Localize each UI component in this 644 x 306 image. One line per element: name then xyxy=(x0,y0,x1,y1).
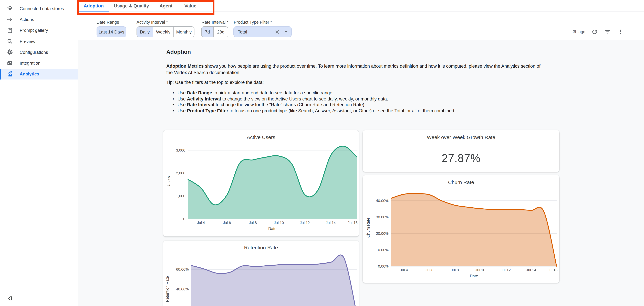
wow-growth-value: 27.87% xyxy=(363,152,559,164)
retention-rate-area-chart: 20.00%40.00%60.00%Jul 4Jul 6Jul 8Jul 10J… xyxy=(163,241,359,306)
svg-text:Retention Rate: Retention Rate xyxy=(165,276,170,302)
svg-text:Jul 4: Jul 4 xyxy=(400,268,408,272)
date-range-button[interactable]: Last 14 Days xyxy=(96,26,126,37)
svg-text:40.00%: 40.00% xyxy=(376,199,388,203)
filter-list-icon[interactable] xyxy=(604,29,611,35)
sidebar-item-configurations[interactable]: Configurations xyxy=(0,47,78,58)
list-item: Use Product Type Filter to focus on one … xyxy=(166,108,552,114)
sidebar-item-label: Connected data stores xyxy=(20,6,64,11)
sidebar-item-label: Integration xyxy=(20,61,40,66)
activity-weekly-button[interactable]: Weekly xyxy=(153,27,174,37)
list-item: Use Rate Interval to change the view for… xyxy=(166,102,552,108)
svg-text:Churn Rate: Churn Rate xyxy=(366,218,370,238)
activity-daily-button[interactable]: Daily xyxy=(137,27,153,37)
sidebar-item-label: Prompt gallery xyxy=(20,28,48,33)
sidebar-item-connected-data-stores[interactable]: Connected data stores xyxy=(0,3,78,14)
svg-text:1,000: 1,000 xyxy=(176,194,185,198)
magnifier-icon xyxy=(7,38,13,44)
svg-text:Users: Users xyxy=(166,176,171,186)
wow-growth-card: Week over Week Growth Rate 27.87% xyxy=(363,130,559,172)
sidebar-item-preview[interactable]: Preview xyxy=(0,36,78,47)
tab-bar: Adoption Usage & Quality Agent Value xyxy=(78,0,644,11)
collapse-sidebar-icon[interactable] xyxy=(6,295,14,302)
list-item: Use Activity Interval to change the view… xyxy=(166,96,552,102)
svg-text:Jul 10: Jul 10 xyxy=(475,268,485,272)
svg-text:Jul 12: Jul 12 xyxy=(300,220,310,225)
svg-text:30.00%: 30.00% xyxy=(376,215,388,219)
tab-usage-quality[interactable]: Usage & Quality xyxy=(112,0,150,11)
product-type-select[interactable]: Total xyxy=(234,26,292,37)
refresh-icon[interactable] xyxy=(591,29,598,35)
content-area: Adoption Adoption Metrics shows you how … xyxy=(78,40,644,306)
sidebar-item-analytics[interactable]: Analytics xyxy=(0,69,78,80)
divider xyxy=(282,29,282,35)
tip-text: Tip: Use the filters at the top to explo… xyxy=(166,80,546,85)
svg-text:Jul 4: Jul 4 xyxy=(197,220,205,225)
sidebar-item-prompt-gallery[interactable]: Prompt gallery xyxy=(0,25,78,36)
product-type-value: Total xyxy=(238,29,247,34)
svg-text:Jul 14: Jul 14 xyxy=(326,220,336,225)
svg-text:40.00%: 40.00% xyxy=(176,287,189,291)
product-type-label: Product Type Filter * xyxy=(234,20,272,25)
main-panel: Adoption Usage & Quality Agent Value Dat… xyxy=(78,0,644,306)
stacked-diamonds-icon xyxy=(7,5,13,11)
svg-text:0: 0 xyxy=(183,217,185,221)
chevron-down-icon[interactable] xyxy=(284,30,288,34)
activity-monthly-button[interactable]: Monthly xyxy=(174,27,194,37)
tip-bullet-list: Use Date Range to pick a start and end d… xyxy=(166,90,552,114)
svg-text:Jul 6: Jul 6 xyxy=(426,268,433,272)
date-range-label: Date Range xyxy=(96,20,119,25)
svg-text:Date: Date xyxy=(470,274,478,278)
activity-interval-label: Activity Interval * xyxy=(136,20,168,25)
arrow-from-dot-icon xyxy=(7,16,13,22)
svg-text:Jul 12: Jul 12 xyxy=(501,268,511,272)
tab-agent[interactable]: Agent xyxy=(155,0,177,11)
svg-text:Jul 10: Jul 10 xyxy=(274,220,284,225)
churn-rate-chart-card: Churn Rate 0.00%10.00%20.00%30.00%40.00%… xyxy=(363,175,559,283)
rate-7d-button[interactable]: 7d xyxy=(202,27,214,37)
sidebar-item-label: Preview xyxy=(20,39,36,44)
svg-text:0.00%: 0.00% xyxy=(378,264,388,269)
svg-text:Date: Date xyxy=(268,226,276,231)
svg-text:Jul 8: Jul 8 xyxy=(451,268,459,272)
rate-28d-button[interactable]: 28d xyxy=(214,27,228,37)
code-brackets-icon xyxy=(7,60,13,66)
sidebar-item-integration[interactable]: Integration xyxy=(0,58,78,69)
svg-text:Jul 14: Jul 14 xyxy=(526,268,536,272)
svg-text:Jul 8: Jul 8 xyxy=(249,220,257,225)
svg-text:Jul 16: Jul 16 xyxy=(548,268,558,272)
filter-bar: Date Range Activity Interval * Rate Inte… xyxy=(78,11,644,40)
active-users-chart-card: Active Users 01,0002,0003,000Jul 4Jul 6J… xyxy=(163,130,359,236)
prompt-gallery-icon xyxy=(7,27,13,33)
svg-text:10.00%: 10.00% xyxy=(376,248,388,252)
sidebar: Connected data stores Actions Prompt gal… xyxy=(0,0,78,306)
svg-text:20.00%: 20.00% xyxy=(376,231,388,236)
list-item: Use Date Range to pick a start and end d… xyxy=(166,90,552,96)
page-title: Adoption xyxy=(166,49,191,55)
sidebar-item-actions[interactable]: Actions xyxy=(0,14,78,25)
sidebar-item-label: Configurations xyxy=(20,50,48,55)
tab-value[interactable]: Value xyxy=(181,0,200,11)
rate-interval-label: Rate Interval * xyxy=(202,20,228,25)
svg-text:Jul 16: Jul 16 xyxy=(348,220,358,225)
activity-interval-toggle: Daily Weekly Monthly xyxy=(136,26,194,37)
rate-interval-toggle: 7d 28d xyxy=(201,26,228,37)
sidebar-item-label: Analytics xyxy=(20,72,39,77)
svg-text:3,000: 3,000 xyxy=(176,148,185,152)
retention-rate-chart-card: Retention Rate 20.00%40.00%60.00%Jul 4Ju… xyxy=(163,241,359,306)
svg-text:Jul 6: Jul 6 xyxy=(223,220,231,225)
svg-text:2,000: 2,000 xyxy=(176,171,185,175)
kebab-menu-icon[interactable] xyxy=(617,29,623,35)
sidebar-item-label: Actions xyxy=(20,17,34,22)
tab-adoption[interactable]: Adoption xyxy=(78,0,109,11)
chart-title: Week over Week Growth Rate xyxy=(363,134,559,140)
svg-text:60.00%: 60.00% xyxy=(176,267,189,272)
active-users-area-chart: 01,0002,0003,000Jul 4Jul 6Jul 8Jul 10Jul… xyxy=(163,130,359,236)
analytics-chart-icon xyxy=(7,71,13,77)
gear-icon xyxy=(7,49,13,55)
app-root: Connected data stores Actions Prompt gal… xyxy=(0,0,644,306)
clear-filter-icon[interactable] xyxy=(275,29,280,34)
intro-paragraph: Adoption Metrics shows you how people ar… xyxy=(166,63,546,76)
last-refreshed-text: 3h ago xyxy=(573,29,585,34)
refresh-meta-row: 3h ago xyxy=(573,26,623,37)
